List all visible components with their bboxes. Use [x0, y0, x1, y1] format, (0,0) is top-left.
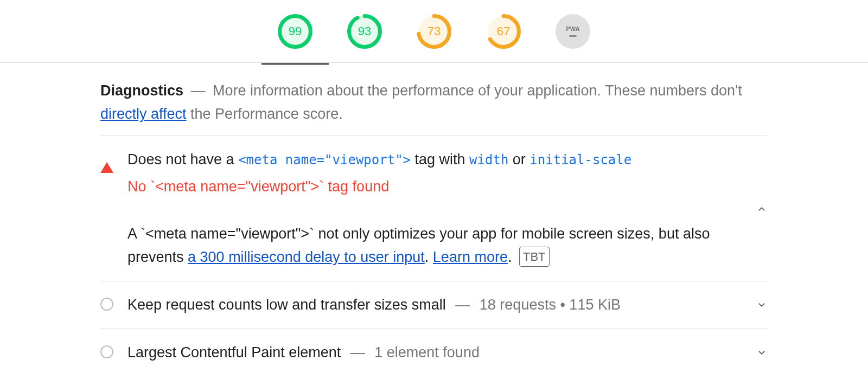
- dash-separator: —: [350, 344, 365, 361]
- dash-separator: —: [191, 82, 206, 99]
- code-initial-scale: initial-scale: [529, 152, 631, 168]
- score-gauge-row: 99 93 73 67: [0, 0, 868, 63]
- fail-triangle-icon: [100, 148, 113, 173]
- neutral-circle-icon: [100, 293, 113, 311]
- chevron-down-icon[interactable]: [756, 347, 768, 359]
- t1: Does not have a: [127, 151, 238, 168]
- gauge-score: 93: [347, 14, 382, 49]
- score-gauge-best-practices[interactable]: 73: [417, 14, 451, 49]
- diagnostics-section: Diagnostics — More information about the…: [100, 63, 768, 373]
- dash-separator: —: [455, 297, 470, 313]
- section-desc-post: the Performance score.: [187, 106, 343, 122]
- gauge-ring: 99: [278, 14, 312, 49]
- audit-fail-message: No `<meta name="viewport">` tag found: [127, 175, 742, 198]
- audit-summary: Largest Contentful Paint element — 1 ele…: [127, 341, 742, 364]
- chevron-down-icon[interactable]: [756, 299, 768, 311]
- audit-lcp-element[interactable]: Largest Contentful Paint element — 1 ele…: [100, 329, 768, 373]
- gauge-score: 67: [486, 14, 521, 49]
- score-gauge-performance[interactable]: 99: [278, 14, 312, 49]
- delay-link[interactable]: a 300 millisecond delay to user input: [188, 249, 425, 265]
- audit-description: A `<meta name="viewport">` not only opti…: [127, 222, 742, 269]
- pwa-label: PWA: [566, 25, 579, 32]
- audit-title: Does not have a <meta name="viewport"> t…: [127, 148, 742, 171]
- pwa-no-score-icon: [569, 35, 577, 37]
- neutral-circle-icon: [100, 341, 113, 358]
- desc-mid: .: [425, 249, 433, 265]
- tbt-pill: TBT: [519, 247, 550, 267]
- audit-title: Largest Contentful Paint element: [127, 344, 341, 361]
- audit-viewport-meta[interactable]: Does not have a <meta name="viewport"> t…: [100, 136, 768, 281]
- chevron-up-icon[interactable]: [756, 203, 768, 215]
- learn-more-link[interactable]: Learn more: [433, 249, 508, 265]
- diagnostics-heading: Diagnostics — More information about the…: [100, 79, 768, 136]
- audit-request-counts[interactable]: Keep request counts low and transfer siz…: [100, 281, 768, 329]
- section-desc-pre: More information about the performance o…: [213, 82, 742, 99]
- gauge-score: 99: [278, 14, 312, 49]
- score-gauge-accessibility[interactable]: 93: [347, 14, 382, 49]
- gauge-ring: 67: [486, 14, 521, 49]
- t3: or: [508, 151, 529, 168]
- audit-extra: 18 requests • 115 KiB: [480, 297, 621, 313]
- gauge-score: 73: [417, 14, 451, 49]
- pwa-badge-icon: PWA: [556, 14, 590, 49]
- desc-post: .: [508, 249, 516, 265]
- code-meta-viewport: <meta name="viewport">: [238, 152, 411, 168]
- code-width: width: [469, 152, 508, 168]
- t2: tag with: [411, 151, 469, 168]
- section-title: Diagnostics: [100, 82, 183, 99]
- directly-affect-link[interactable]: directly affect: [100, 106, 187, 122]
- gauge-ring: 73: [417, 14, 451, 49]
- audit-title: Keep request counts low and transfer siz…: [127, 297, 446, 313]
- audit-summary: Keep request counts low and transfer siz…: [127, 293, 742, 317]
- audit-body: Does not have a <meta name="viewport"> t…: [127, 148, 742, 269]
- score-gauge-pwa[interactable]: PWA: [556, 14, 590, 49]
- active-tab-underline: [261, 63, 329, 65]
- score-gauge-seo[interactable]: 67: [486, 14, 521, 49]
- audit-extra: 1 element found: [374, 344, 480, 361]
- gauge-ring: 93: [347, 14, 382, 49]
